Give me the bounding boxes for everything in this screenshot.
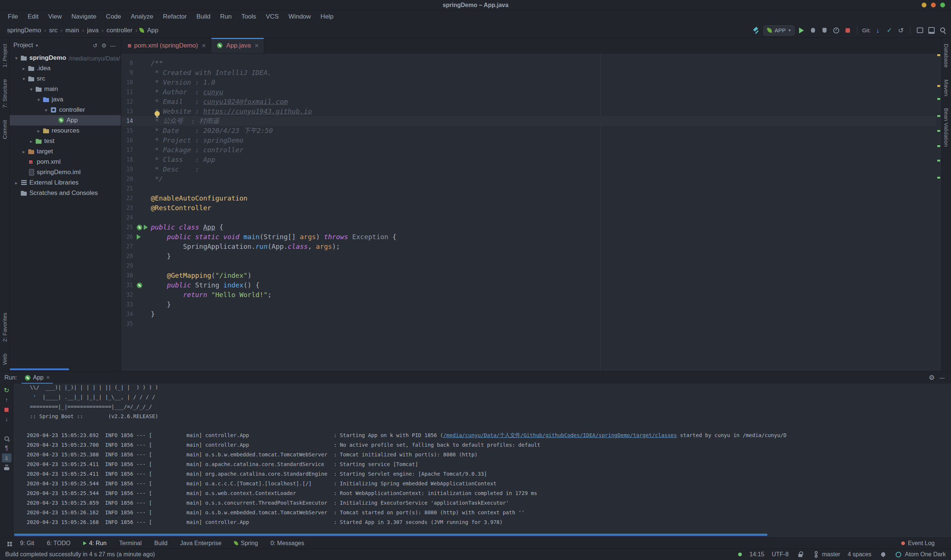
menu-view[interactable]: View — [43, 13, 67, 20]
update-project-icon[interactable]: ↓ — [873, 26, 882, 35]
editor-scrollbar[interactable] — [936, 54, 941, 371]
up-stack-icon[interactable]: ↑ — [2, 395, 12, 405]
stop-button[interactable] — [843, 26, 852, 35]
tree-chevron-icon[interactable]: ▾ — [42, 107, 50, 113]
console-horizontal-scrollbar[interactable] — [14, 534, 768, 536]
clear-icon[interactable] — [2, 473, 12, 482]
soft-wrap-icon[interactable]: ¶ — [2, 444, 12, 453]
tree-item-controller[interactable]: ▾controller — [10, 105, 121, 115]
down-stack-icon[interactable]: ↓ — [2, 415, 12, 424]
print-icon[interactable] — [2, 463, 12, 472]
toolwindow-tab-bean-validation[interactable]: Bean Validation — [943, 108, 949, 147]
tree-chevron-icon[interactable]: ▾ — [20, 76, 28, 82]
hide-icon[interactable]: — — [938, 373, 946, 382]
search-icon[interactable] — [939, 26, 947, 35]
coverage-button[interactable] — [820, 26, 829, 35]
tree-item-external-libraries[interactable]: ▸External Libraries — [10, 177, 121, 188]
console-file-link[interactable]: /media/cunyu/Data/个人文件/Github/githubCode… — [443, 432, 677, 438]
indent-widget[interactable]: 4 spaces — [848, 551, 871, 558]
breadcrumb-springdemo[interactable]: springDemo — [6, 26, 42, 35]
minimize-icon[interactable] — [922, 3, 926, 8]
encoding-widget[interactable]: UTF-8 — [772, 551, 788, 558]
scroll-end-icon[interactable]: ⇓ — [2, 454, 12, 462]
spring-bean-icon[interactable] — [137, 283, 142, 288]
toolwindow-spring[interactable]: Spring — [234, 540, 258, 547]
toolwindow-tab-7-structure[interactable]: 7: Structure — [2, 79, 8, 108]
chevron-down-icon[interactable]: ▾ — [35, 43, 38, 48]
menu-file[interactable]: File — [3, 13, 23, 20]
toolwindow-event-log[interactable]: Event Log — [901, 540, 935, 547]
console-output[interactable]: ( ( )\___ | '_ | '_| | '_ \/ _` | \ \ \ … — [13, 384, 951, 537]
git-branch-widget[interactable]: master — [812, 550, 840, 558]
build-hammer-icon[interactable] — [752, 26, 761, 35]
project-panel-title[interactable]: Project — [13, 42, 33, 49]
breadcrumb-controller[interactable]: controller — [106, 26, 134, 35]
debug-button[interactable] — [809, 26, 818, 35]
history-icon[interactable]: ↺ — [896, 26, 905, 35]
tree-chevron-icon[interactable]: ▸ — [20, 149, 28, 154]
commit-icon[interactable]: ✓ — [885, 26, 894, 35]
toolwindow-4-run[interactable]: 4: Run — [83, 540, 107, 547]
toolwindow-tab-2-favorites[interactable]: 2: Favorites — [2, 313, 8, 342]
tree-item-java[interactable]: ▾java — [10, 94, 121, 105]
locate-icon[interactable]: ↺ — [91, 41, 99, 49]
close-icon[interactable]: × — [254, 42, 259, 50]
restore-layout-icon[interactable] — [927, 26, 936, 35]
profiler-button[interactable] — [832, 26, 841, 35]
toolwindow-9-git[interactable]: 9: Git — [20, 540, 34, 547]
run-button[interactable] — [797, 26, 806, 35]
tree-chevron-icon[interactable]: ▾ — [28, 86, 35, 92]
caret-position-widget[interactable]: 14:15 — [749, 551, 764, 558]
toolwindow-build[interactable]: Build — [154, 540, 168, 547]
tree-item-target[interactable]: ▸target — [10, 146, 121, 157]
tree-item-test[interactable]: ▸test — [10, 136, 121, 146]
toolwindow-tab-web[interactable]: Web — [2, 354, 8, 365]
toolwindow-tab-commit[interactable]: Commit — [2, 120, 8, 139]
run-line-icon[interactable] — [144, 225, 148, 230]
tree-chevron-icon[interactable]: ▸ — [20, 66, 28, 71]
breadcrumb-main[interactable]: main — [64, 26, 80, 35]
toolwindow-tab-database[interactable]: Database — [943, 44, 949, 68]
tree-item-springdemo[interactable]: ▾springDemo/media/cunyu/Data/个人文… — [10, 53, 121, 63]
toolwindow-switcher-icon[interactable] — [5, 540, 12, 547]
editor-tab-pom-xml-springdemo[interactable]: mpom.xml (springDemo)× — [123, 38, 211, 53]
menu-run[interactable]: Run — [215, 13, 237, 20]
menu-tools[interactable]: Tools — [237, 13, 261, 20]
close-icon[interactable] — [940, 3, 945, 8]
menu-build[interactable]: Build — [192, 13, 215, 20]
tree-item-pom-xml[interactable]: pom.xml — [10, 157, 121, 167]
tree-chevron-icon[interactable]: ▸ — [35, 128, 42, 134]
project-tree-scrollbar[interactable] — [10, 368, 69, 370]
hide-icon[interactable]: — — [109, 41, 117, 49]
editor-tab-app-java[interactable]: App.java× — [211, 38, 264, 53]
toolwindow-java-enterprise[interactable]: Java Enterprise — [180, 540, 222, 547]
settings-icon[interactable]: ⚙ — [100, 41, 108, 49]
close-icon[interactable]: × — [46, 374, 50, 382]
tree-item-springdemo-iml[interactable]: springDemo.iml — [10, 167, 121, 177]
tree-chevron-icon[interactable]: ▸ — [28, 138, 35, 144]
tree-item-main[interactable]: ▾main — [10, 84, 121, 94]
toolwindow-0-messages[interactable]: 0: Messages — [271, 540, 304, 547]
spring-bean-icon[interactable] — [137, 225, 142, 230]
menu-edit[interactable]: Edit — [23, 13, 43, 20]
maximize-icon[interactable] — [931, 3, 936, 8]
toolwindow-terminal[interactable]: Terminal — [119, 540, 142, 547]
breadcrumb-src[interactable]: src — [48, 26, 59, 35]
editor-body[interactable]: 8/**9 * Created with IntelliJ IDEA.10 * … — [121, 54, 941, 371]
bell-icon[interactable] — [879, 550, 887, 558]
menu-vcs[interactable]: VCS — [261, 13, 283, 20]
tree-item-src[interactable]: ▾src — [10, 74, 121, 84]
close-icon[interactable]: × — [202, 42, 206, 50]
menu-analyze[interactable]: Analyze — [126, 13, 158, 20]
tree-item-scratches-and-consoles[interactable]: Scratches and Consoles — [10, 188, 121, 198]
tree-chevron-icon[interactable]: ▾ — [35, 97, 42, 103]
menu-help[interactable]: Help — [316, 13, 339, 20]
run-tab-app[interactable]: App × — [22, 371, 53, 384]
menu-refactor[interactable]: Refactor — [158, 13, 191, 20]
status-message[interactable]: Build completed successfully in 4 s 27 m… — [5, 551, 155, 558]
pin-icon[interactable] — [2, 434, 12, 443]
menu-window[interactable]: Window — [283, 13, 315, 20]
run-line-icon[interactable] — [137, 234, 141, 240]
tree-item-idea[interactable]: ▸.idea — [10, 63, 121, 74]
tree-item-resources[interactable]: ▸resources — [10, 126, 121, 136]
